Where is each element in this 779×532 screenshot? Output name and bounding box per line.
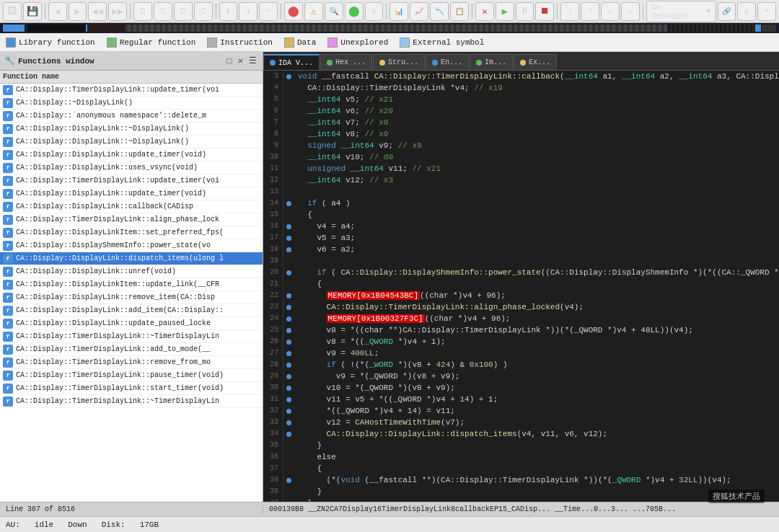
toolbar-btn-copy2[interactable]: 🗒 xyxy=(154,2,172,21)
function-list-item[interactable]: fCA::Display::DisplayLink::~DisplayLink(… xyxy=(0,136,263,148)
function-name: CA::Display::DisplayLink::update_timer(v… xyxy=(16,151,206,159)
toolbar-btn-warning[interactable]: ⚠ xyxy=(304,2,323,21)
functions-list[interactable]: fCA::Display::TimerDisplayLink::update_t… xyxy=(0,84,263,502)
toolbar-sep-7 xyxy=(557,4,558,19)
line-code-text: CA::Display::TimerDisplayLink::align_pha… xyxy=(294,301,779,313)
function-list-item[interactable]: fCA::Display::DisplayLinkItem::update_li… xyxy=(0,278,263,291)
toolbar-btn-step3[interactable]: ↩ xyxy=(601,2,620,21)
function-list-item[interactable]: fCA::Display::DisplayLinkItem::set_prefe… xyxy=(0,226,263,239)
legend-regular: Regular function xyxy=(107,37,196,48)
function-name: CA::Display::DisplayLink::callback(CADis… xyxy=(16,203,193,210)
debugger-selector[interactable]: No debugger ▼ xyxy=(646,1,716,22)
toolbar-btn-step2[interactable]: ⤴ xyxy=(581,2,599,21)
function-list-item[interactable]: fCA::Display::DisplayLink::~DisplayLink(… xyxy=(0,123,263,136)
line-dot xyxy=(283,394,294,405)
function-list-item[interactable]: fCA::Display::DisplayLink::callback(CADi… xyxy=(0,200,263,213)
function-list-item[interactable]: fCA::Display::~DisplayLink() xyxy=(0,97,263,110)
function-list-item[interactable]: fCA::Display::TimerDisplayLink::pause_ti… xyxy=(0,369,263,382)
function-list-item[interactable]: fCA::Display::TimerDisplayLink::align_ph… xyxy=(0,213,263,226)
toolbar-btn-search[interactable]: 🔍 xyxy=(325,2,343,21)
toolbar-btn-breakpoint[interactable]: ⬤ xyxy=(284,2,303,21)
toolbar-btn-forward[interactable]: ▶ xyxy=(69,2,87,21)
toolbar-btn-up[interactable]: ⬆ xyxy=(219,2,238,21)
toolbar-btn-chart1[interactable]: 📊 xyxy=(390,2,408,21)
code-tab-4[interactable]: Im... xyxy=(470,54,513,70)
function-list-item[interactable]: fCA::Display::TimerDisplayLink::remove_f… xyxy=(0,356,263,369)
functions-close-btn[interactable]: ✕ xyxy=(237,56,245,66)
code-tab-3[interactable]: En... xyxy=(426,54,469,70)
function-list-item[interactable]: fCA::Display::DisplayLink::uses_vsync(vo… xyxy=(0,161,263,174)
toolbar-btn-stop[interactable]: ⏹ xyxy=(535,2,554,21)
line-number: 11 xyxy=(263,163,283,174)
code-line: 4 CA::Display::TimerDisplayLink *v4; // … xyxy=(263,82,779,94)
function-list-item[interactable]: fCA::Display::DisplayLink::unref(void) xyxy=(0,265,263,278)
function-name: CA::Display::TimerDisplayLink::add_to_mo… xyxy=(16,345,211,353)
line-dot xyxy=(283,371,294,382)
toolbar-btn-step4[interactable]: ↪ xyxy=(621,2,640,21)
function-list-item[interactable]: fCA::Display::DisplayShmemInfo::power_st… xyxy=(0,239,263,252)
toolbar-btn-copy1[interactable]: 🗒 xyxy=(133,2,152,21)
code-content[interactable]: 3void __fastcall CA::Display::TimerDispl… xyxy=(263,71,779,502)
line-number: 10 xyxy=(263,151,283,163)
line-dot xyxy=(283,209,294,221)
toolbar-btn-down[interactable]: ⬇ xyxy=(239,2,258,21)
functions-menu-btn[interactable]: ☰ xyxy=(247,56,258,66)
line-code-text: { xyxy=(294,209,779,221)
toolbar-btn-green[interactable]: ⬤ xyxy=(345,2,364,21)
toolbar-btn-step1[interactable]: ⤵ xyxy=(560,2,579,21)
line-number: 9 xyxy=(263,140,283,151)
functions-minimize-btn[interactable]: □ xyxy=(226,56,234,66)
toolbar-btn-chart2[interactable]: 📈 xyxy=(410,2,428,21)
line-code-text: signed __int64 v9; // x9 xyxy=(294,140,779,151)
toolbar-btn-extra[interactable]: » xyxy=(757,2,776,21)
toolbar-btn-connect[interactable]: 🔗 xyxy=(718,2,736,21)
function-list-item[interactable]: fCA::Display::`anonymous namespace'::del… xyxy=(0,110,263,123)
functions-panel: 🔧 Functions window □ ✕ ☰ Function name f… xyxy=(0,52,263,502)
function-list-item[interactable]: fCA::Display::DisplayLink::add_item(CA::… xyxy=(0,304,263,317)
function-name: CA::Display::DisplayLinkItem::set_prefer… xyxy=(16,229,224,236)
function-list-item[interactable]: fCA::Display::DisplayLink::update_timer(… xyxy=(0,187,263,200)
code-tab-5[interactable]: Ex... xyxy=(514,54,557,70)
toolbar-btn-x[interactable]: ✕ xyxy=(475,2,494,21)
line-code-text: v12 = CAHostTimeWithTime(v7); xyxy=(294,417,779,428)
function-list-item[interactable]: fCA::Display::DisplayLink::dispatch_item… xyxy=(0,252,263,265)
function-list-item[interactable]: fCA::Display::TimerDisplayLink::start_ti… xyxy=(0,382,263,395)
toolbar-sep-3 xyxy=(216,4,216,19)
toolbar-btn-chart4[interactable]: 📋 xyxy=(450,2,469,21)
tab-label: Stru... xyxy=(388,58,418,66)
code-tab-0[interactable]: IDA V... xyxy=(263,54,320,70)
function-list-item[interactable]: fCA::Display::DisplayLink::update_paused… xyxy=(0,317,263,330)
line-number: 19 xyxy=(263,255,283,267)
function-list-item[interactable]: fCA::Display::TimerDisplayLink::add_to_m… xyxy=(0,343,263,356)
function-list-item[interactable]: fCA::Display::DisplayLink::update_timer(… xyxy=(0,148,263,161)
function-list-item[interactable]: fCA::Display::TimerDisplayLink::~TimerDi… xyxy=(0,395,263,408)
line-number: 31 xyxy=(263,394,283,405)
toolbar-btn-copy4[interactable]: 🗒 xyxy=(194,2,213,21)
function-list-item[interactable]: fCA::Display::TimerDisplayLink::~TimerDi… xyxy=(0,330,263,343)
toolbar-btn-pause[interactable]: ⏸ xyxy=(516,2,534,21)
functions-panel-title: Functions window xyxy=(18,57,223,66)
toolbar-btn-goto[interactable]: ➡ xyxy=(259,2,278,21)
toolbar-btn-1[interactable]: 🖼 xyxy=(3,2,22,21)
toolbar-sep-2 xyxy=(130,4,131,19)
code-tab-2[interactable]: Stru... xyxy=(373,54,425,70)
code-line: 13 xyxy=(263,186,779,198)
toolbar-btn-gear1[interactable]: ⚙ xyxy=(365,2,384,21)
line-code-text xyxy=(294,255,779,267)
line-dot xyxy=(283,278,294,290)
toolbar-btn-run[interactable]: ▶ xyxy=(496,2,514,21)
toolbar-btn-forward2[interactable]: ▶▶ xyxy=(108,2,127,21)
toolbar-btn-back[interactable]: ◀ xyxy=(48,2,67,21)
function-list-item[interactable]: fCA::Display::TimerDisplayLink::update_t… xyxy=(0,84,263,97)
toolbar-btn-settings[interactable]: ⚙ xyxy=(737,2,756,21)
function-list-item[interactable]: fCA::Display::DisplayLink::remove_item(C… xyxy=(0,291,263,304)
toolbar-btn-copy3[interactable]: 🗒 xyxy=(174,2,193,21)
tab-label: Hex ... xyxy=(335,58,366,66)
disk-label: Disk: xyxy=(102,520,126,529)
function-list-item[interactable]: fCA::Display::TimerDisplayLink::update_t… xyxy=(0,174,263,187)
toolbar-btn-back2[interactable]: ◀◀ xyxy=(88,2,107,21)
toolbar-btn-save[interactable]: 💾 xyxy=(23,2,42,21)
toolbar-btn-chart3[interactable]: 📉 xyxy=(430,2,449,21)
function-type-icon: f xyxy=(3,137,13,147)
code-tab-1[interactable]: Hex ... xyxy=(320,54,372,70)
